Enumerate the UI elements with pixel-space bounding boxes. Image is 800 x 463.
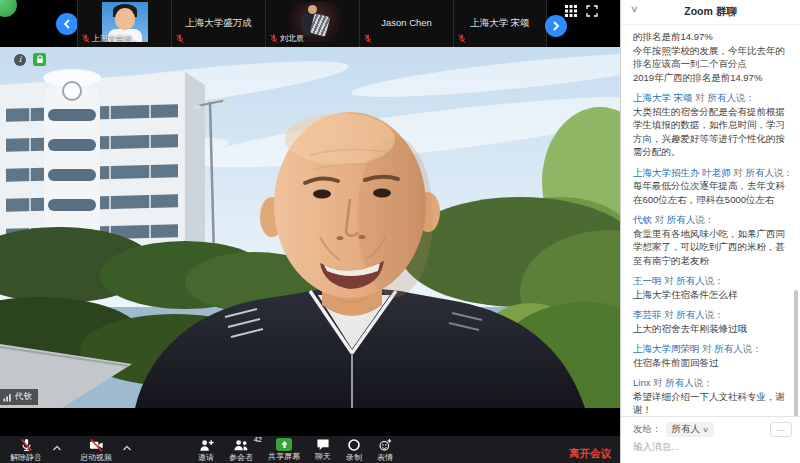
active-speaker-name-label: 代钦 xyxy=(0,389,38,405)
chat-bubble-icon xyxy=(316,438,330,451)
muted-mic-icon xyxy=(270,34,278,44)
chat-message: 李芸菲 对 所有人说：上大的宿舍去年刚装修过哦 xyxy=(633,308,794,335)
chat-message: Linx 对 所有人说：希望详细介绍一下人文社科专业，谢谢！ xyxy=(633,376,794,417)
chat-panel: ∨ Zoom 群聊 的排名是前14.97% 今年按照学校的发展，今年比去年的排名… xyxy=(620,0,800,463)
record-button[interactable]: 录制 xyxy=(346,436,362,462)
participant-count-badge: 42 xyxy=(254,435,262,444)
chat-panel-title: Zoom 群聊 xyxy=(684,5,737,19)
send-to-dropdown[interactable]: 所有人 ∨ xyxy=(666,422,715,437)
participants-button[interactable]: 42 参会者 xyxy=(229,436,253,462)
chat-message-sender: Linx 对 所有人说： xyxy=(633,376,794,390)
share-screen-icon xyxy=(276,438,292,451)
chat-message-text: 大类招生的宿舍分配是会有提前根据学生填报的数据，如作息时间，学习方向，兴趣爱好等… xyxy=(633,105,794,159)
participant-name-label: 上海大学理.. xyxy=(92,33,136,44)
zoom-meeting-window: 上海大学理.. 上海大学盛万成 刘北辰 xyxy=(0,0,800,463)
start-video-button[interactable]: 启动视频 xyxy=(80,436,112,462)
gallery-view-icon[interactable] xyxy=(565,5,577,17)
participants-filmstrip: 上海大学理.. 上海大学盛万成 刘北辰 xyxy=(0,0,620,47)
participant-thumbnail[interactable]: 刘北辰 xyxy=(265,0,359,47)
muted-mic-icon xyxy=(20,438,33,452)
participant-name-label: 上海大学盛万成 xyxy=(172,17,265,30)
mic-options-chevron[interactable] xyxy=(48,436,66,454)
reactions-button[interactable]: 表情 xyxy=(377,436,393,462)
encryption-lock-icon[interactable] xyxy=(33,53,46,66)
participant-thumbnail[interactable]: 上海大学理.. xyxy=(77,0,171,47)
participant-thumbnail[interactable]: Jason Chen xyxy=(359,0,453,47)
audio-level-icon xyxy=(3,393,12,402)
chevron-left-icon xyxy=(63,19,71,29)
chat-message-sender: 代钦 对 所有人说： xyxy=(633,213,794,227)
video-options-chevron[interactable] xyxy=(118,436,136,454)
app-logo-icon xyxy=(0,0,17,17)
meeting-info-icon[interactable]: i xyxy=(14,54,26,66)
muted-mic-icon xyxy=(82,34,90,44)
chat-message: 上海大学 宋颂 对 所有人说：大类招生的宿舍分配是会有提前根据学生填报的数据，如… xyxy=(633,91,794,159)
send-to-label: 发给： xyxy=(633,423,662,436)
camera-off-icon xyxy=(89,438,104,452)
chat-message: 代钦 对 所有人说：食堂里有各地风味小吃，如果广西同学想家了，可以吃到广西的米粉… xyxy=(633,213,794,267)
chat-message-sender: 王一明 对 所有人说： xyxy=(633,274,794,288)
chevron-right-icon xyxy=(552,21,560,31)
chevron-down-icon: ∨ xyxy=(702,426,709,434)
participants-icon xyxy=(233,438,249,452)
chat-more-button[interactable]: … xyxy=(770,422,792,437)
record-icon xyxy=(347,438,361,452)
chat-message-text: 每年最低分位次逐年提高，去年文科在600位左右，理科在5000位左右 xyxy=(633,179,794,206)
active-speaker-video: i 代钦 xyxy=(0,47,620,408)
chevron-up-icon xyxy=(122,445,132,451)
chat-message: 王一明 对 所有人说：上海大学住宿条件怎么样 xyxy=(633,274,794,301)
chat-message-text: 食堂里有各地风味小吃，如果广西同学想家了，可以吃到广西的米粉，甚至有南宁的老友粉 xyxy=(633,227,794,268)
chat-header: ∨ Zoom 群聊 xyxy=(621,0,800,25)
smiley-reactions-icon xyxy=(378,438,392,452)
chat-message-text: 的排名是前14.97% 今年按照学校的发展，今年比去年的排名应该高一到二个百分点… xyxy=(633,30,794,84)
chat-message-text: 上海大学住宿条件怎么样 xyxy=(633,288,794,302)
participant-name-label: 上海大学 宋颂 xyxy=(454,17,546,30)
filmstrip-next-button[interactable] xyxy=(545,15,567,37)
meeting-main-area: 上海大学理.. 上海大学盛万成 刘北辰 xyxy=(0,0,620,463)
chat-message-list: 的排名是前14.97% 今年按照学校的发展，今年比去年的排名应该高一到二个百分点… xyxy=(621,26,800,417)
fullscreen-icon[interactable] xyxy=(586,5,598,17)
chat-message: 上海大学周荣明 对 所有人说：住宿条件前面回答过 xyxy=(633,342,794,369)
participant-name-label: Jason Chen xyxy=(360,17,453,28)
chat-button[interactable]: 聊天 xyxy=(315,436,331,461)
chat-message-input[interactable] xyxy=(633,441,783,452)
participant-thumbnail[interactable]: 上海大学盛万成 xyxy=(171,0,265,47)
muted-mic-icon xyxy=(458,34,466,44)
chat-message-sender: 上海大学招生办 叶老师 对 所有人说： xyxy=(633,166,794,180)
chat-scrollbar[interactable] xyxy=(794,290,798,418)
speaker-video-frame xyxy=(0,47,620,408)
meeting-toolbar: 解除静音 启动视频 邀请 42 xyxy=(0,436,620,463)
chat-message-sender: 上海大学 宋颂 对 所有人说： xyxy=(633,91,794,105)
chat-message: 的排名是前14.97% 今年按照学校的发展，今年比去年的排名应该高一到二个百分点… xyxy=(633,30,794,84)
share-screen-button[interactable]: 共享屏幕 xyxy=(268,436,300,461)
chat-message-text: 希望详细介绍一下人文社科专业，谢谢！ xyxy=(633,390,794,417)
unmute-button[interactable]: 解除静音 xyxy=(10,436,42,462)
muted-mic-icon xyxy=(364,34,372,44)
chat-message-sender: 李芸菲 对 所有人说： xyxy=(633,308,794,322)
invite-person-icon xyxy=(199,438,214,452)
filmstrip-prev-button[interactable] xyxy=(56,13,78,35)
leave-meeting-button[interactable]: 离开会议 xyxy=(569,447,611,459)
chat-message: 上海大学招生办 叶老师 对 所有人说：每年最低分位次逐年提高，去年文科在600位… xyxy=(633,166,794,207)
chat-footer: 发给： 所有人 ∨ … xyxy=(621,416,800,463)
filmstrip-cells: 上海大学理.. 上海大学盛万成 刘北辰 xyxy=(77,0,547,47)
participant-thumbnail[interactable]: 上海大学 宋颂 xyxy=(453,0,547,47)
chat-message-text: 上大的宿舍去年刚装修过哦 xyxy=(633,322,794,336)
muted-mic-icon xyxy=(176,34,184,44)
chat-message-text: 住宿条件前面回答过 xyxy=(633,356,794,370)
participant-name-label: 刘北辰 xyxy=(280,33,304,44)
invite-button[interactable]: 邀请 xyxy=(198,436,214,462)
chat-collapse-chevron-icon[interactable]: ∨ xyxy=(630,4,639,14)
chat-message-sender: 上海大学周荣明 对 所有人说： xyxy=(633,342,794,356)
chevron-up-icon xyxy=(52,445,62,451)
